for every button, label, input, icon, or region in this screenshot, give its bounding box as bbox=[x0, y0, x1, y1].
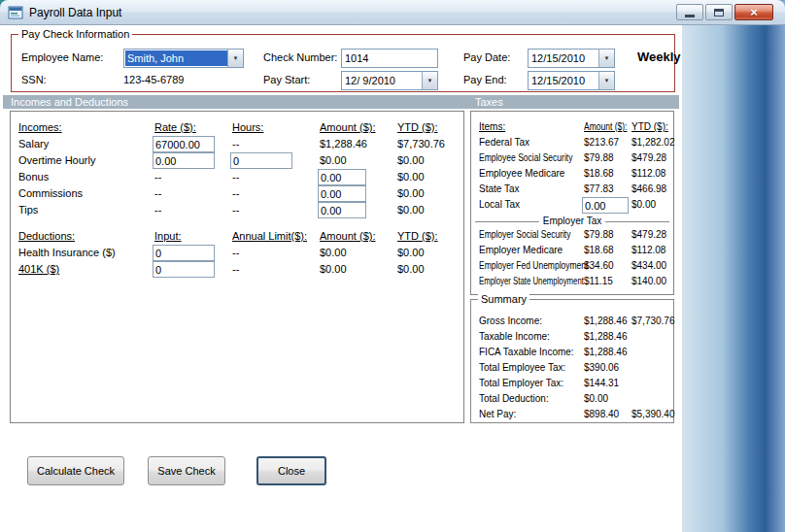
cell-ytd: $0.00 bbox=[631, 199, 656, 211]
col-header-incomes: Incomes: bbox=[18, 121, 62, 134]
cell-amount: $18.68 bbox=[584, 245, 614, 256]
tax-row-label: Employer Fed Unemployment bbox=[479, 260, 588, 272]
cell-hours: -- bbox=[232, 187, 239, 200]
maximize-button[interactable] bbox=[705, 4, 733, 20]
employee-name-value: Smith, John bbox=[125, 50, 227, 66]
cell-ytd: $0.00 bbox=[397, 171, 425, 183]
ssn-label: SSN: bbox=[21, 74, 47, 86]
close-dialog-button[interactable]: Close bbox=[256, 456, 326, 485]
cell-amount: $18.68 bbox=[584, 168, 614, 180]
cell-amount: $77.83 bbox=[584, 183, 614, 195]
summary-legend: Summary bbox=[478, 293, 529, 305]
ssn-value: 123-45-6789 bbox=[123, 74, 184, 86]
income-row-label: Overtime Hourly bbox=[18, 154, 95, 167]
pay-date-datepicker[interactable]: 12/15/2010 ▼ bbox=[528, 49, 615, 68]
pay-frequency-label: Weekly bbox=[637, 50, 681, 63]
summary-row-label: Taxable Income: bbox=[479, 331, 550, 343]
tax-row-label: Employee Medicare bbox=[479, 168, 564, 180]
tax-row-label: Employer Medicare bbox=[479, 245, 563, 256]
col-header-hours: Hours: bbox=[232, 121, 263, 134]
cell-amount: $1,288.46 bbox=[584, 347, 628, 358]
dropdown-arrow-icon[interactable]: ▼ bbox=[227, 50, 243, 67]
col-header-annual-limit: Annual Limit($): bbox=[232, 230, 307, 243]
income-row-label: Commissions bbox=[18, 187, 83, 200]
pay-start-label: Pay Start: bbox=[263, 74, 310, 86]
employee-name-combobox[interactable]: Smith, John ▼ bbox=[123, 49, 244, 68]
cell-amount: $0.00 bbox=[320, 247, 347, 259]
summary-row-label: Net Pay: bbox=[479, 409, 516, 420]
check-number-input[interactable] bbox=[341, 49, 438, 68]
dropdown-arrow-icon[interactable]: ▼ bbox=[598, 72, 614, 89]
bonus-amount-input[interactable] bbox=[318, 169, 366, 185]
app-icon bbox=[8, 5, 23, 20]
cell-amount: $390.06 bbox=[584, 362, 619, 374]
taxes-panel: Items: Amount ($): YTD ($): Federal Tax … bbox=[470, 111, 674, 295]
summary-row-label: Total Employer Tax: bbox=[479, 378, 563, 389]
cell-ytd: $0.00 bbox=[397, 204, 425, 216]
employer-tax-label: Employer Tax bbox=[539, 216, 605, 226]
cell-hours: -- bbox=[232, 138, 239, 150]
cell-amount: $898.40 bbox=[584, 409, 619, 420]
salary-rate-input[interactable] bbox=[153, 136, 215, 152]
cell-amount: $1,288.46 bbox=[320, 138, 367, 150]
pay-end-datepicker[interactable]: 12/15/2010 ▼ bbox=[528, 71, 615, 90]
col-header-ytd: YTD ($): bbox=[397, 121, 438, 134]
cell-ytd: $479.28 bbox=[631, 229, 666, 241]
summary-group: Summary Gross Income: $1,288.46 $7,730.7… bbox=[470, 299, 674, 423]
section-header-bar: Incomes and Deductions Taxes bbox=[3, 95, 679, 109]
cell-ytd: $466.98 bbox=[631, 183, 666, 195]
maximize-icon bbox=[714, 9, 724, 17]
summary-row-label: Gross Income: bbox=[479, 316, 542, 327]
cell-ytd: $0.00 bbox=[397, 247, 425, 259]
cell-amount: $0.00 bbox=[320, 154, 347, 167]
pay-start-value: 12/ 9/2010 bbox=[342, 72, 422, 89]
income-row-label: Bonus bbox=[18, 171, 49, 183]
k401-input[interactable] bbox=[153, 261, 215, 278]
tips-amount-input[interactable] bbox=[318, 202, 366, 218]
col-header-amount: Amount ($): bbox=[584, 121, 627, 133]
tax-row-label: Federal Tax bbox=[479, 137, 529, 149]
income-row-label: Salary bbox=[18, 138, 49, 150]
employer-tax-divider: Employer Tax bbox=[475, 221, 669, 222]
minimize-button[interactable] bbox=[676, 4, 703, 20]
col-header-input: Input: bbox=[154, 230, 182, 243]
tax-row-label: Employer State Unemployment bbox=[479, 276, 584, 287]
close-icon: × bbox=[750, 6, 758, 18]
summary-row-label: Total Deduction: bbox=[479, 393, 549, 405]
cell-ytd: $0.00 bbox=[397, 154, 425, 167]
calculate-check-button[interactable]: Calculate Check bbox=[27, 456, 124, 485]
cell-amount: $34.60 bbox=[584, 260, 614, 272]
titlebar[interactable]: Payroll Data Input × bbox=[0, 0, 785, 25]
cell-ytd: $1,282.02 bbox=[631, 137, 675, 149]
cell-ytd: $479.28 bbox=[631, 152, 666, 164]
overtime-hours-input[interactable] bbox=[230, 152, 292, 169]
local-tax-input[interactable] bbox=[582, 197, 629, 214]
close-button[interactable]: × bbox=[734, 4, 773, 20]
summary-row-label: Total Employee Tax: bbox=[479, 362, 565, 374]
cell-ytd: $112.08 bbox=[631, 168, 666, 180]
commissions-amount-input[interactable] bbox=[318, 185, 366, 202]
tax-row-label: Local Tax bbox=[479, 199, 520, 211]
cell-ytd: $7,730.76 bbox=[631, 316, 675, 327]
cell-ytd: $5,390.40 bbox=[631, 409, 675, 420]
cell-ytd: $434.00 bbox=[631, 260, 666, 272]
summary-row-label: FICA Taxable Income: bbox=[479, 347, 574, 358]
dropdown-arrow-icon[interactable]: ▼ bbox=[422, 72, 437, 89]
form-client-area: Pay Check Information Employee Name: Smi… bbox=[0, 25, 682, 532]
incomes-deductions-panel: Incomes: Rate ($): Hours: Amount ($): YT… bbox=[10, 111, 464, 423]
pay-end-value: 12/15/2010 bbox=[529, 72, 598, 89]
pay-date-value: 12/15/2010 bbox=[529, 50, 598, 67]
pay-start-datepicker[interactable]: 12/ 9/2010 ▼ bbox=[341, 71, 438, 90]
income-row-label: Tips bbox=[18, 204, 38, 216]
cell-ytd: $0.00 bbox=[397, 187, 425, 200]
save-check-button[interactable]: Save Check bbox=[148, 456, 225, 485]
dropdown-arrow-icon[interactable]: ▼ bbox=[598, 50, 614, 67]
cell-limit: -- bbox=[232, 263, 239, 276]
col-header-rate: Rate ($): bbox=[154, 121, 196, 134]
cell-ytd: $7,730.76 bbox=[397, 138, 445, 150]
overtime-rate-input[interactable] bbox=[153, 152, 215, 169]
cell-hours: -- bbox=[232, 171, 239, 183]
cell-amount: $11.15 bbox=[584, 276, 613, 287]
health-insurance-input[interactable] bbox=[153, 245, 215, 261]
cell-amount: $213.67 bbox=[584, 137, 619, 149]
